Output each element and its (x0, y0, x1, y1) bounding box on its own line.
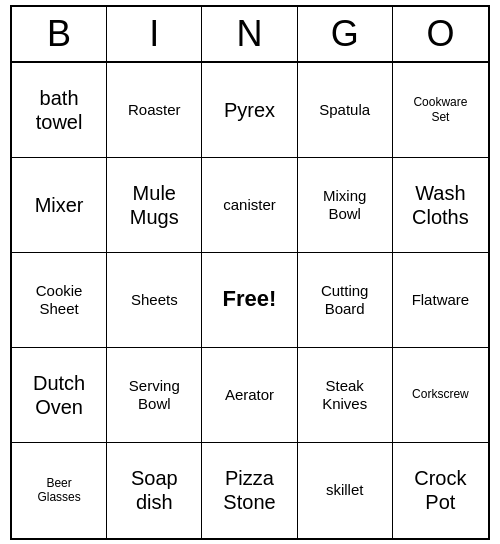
bingo-cell-0: bathtowel (12, 63, 107, 158)
bingo-cell-16: ServingBowl (107, 348, 202, 443)
bingo-cell-20: BeerGlasses (12, 443, 107, 538)
bingo-cell-21: Soapdish (107, 443, 202, 538)
bingo-card: BINGO bathtowelRoasterPyrexSpatulaCookwa… (10, 5, 490, 540)
bingo-cell-6: MuleMugs (107, 158, 202, 253)
cell-text-2: Pyrex (224, 98, 275, 122)
bingo-cell-4: CookwareSet (393, 63, 488, 158)
bingo-cell-12: Free! (202, 253, 297, 348)
cell-text-3: Spatula (319, 101, 370, 119)
cell-text-7: canister (223, 196, 276, 214)
cell-text-1: Roaster (128, 101, 181, 119)
cell-text-19: Corkscrew (412, 387, 469, 401)
cell-text-20: BeerGlasses (37, 476, 80, 505)
bingo-letter-n: N (202, 7, 297, 61)
bingo-cell-18: SteakKnives (298, 348, 393, 443)
bingo-cell-17: Aerator (202, 348, 297, 443)
bingo-cell-8: MixingBowl (298, 158, 393, 253)
cell-text-10: CookieSheet (36, 282, 83, 318)
bingo-letter-i: I (107, 7, 202, 61)
cell-text-5: Mixer (35, 193, 84, 217)
bingo-cell-2: Pyrex (202, 63, 297, 158)
bingo-cell-22: PizzaStone (202, 443, 297, 538)
bingo-cell-10: CookieSheet (12, 253, 107, 348)
cell-text-12: Free! (223, 286, 277, 312)
cell-text-4: CookwareSet (413, 95, 467, 124)
bingo-cell-7: canister (202, 158, 297, 253)
cell-text-17: Aerator (225, 386, 274, 404)
bingo-cell-3: Spatula (298, 63, 393, 158)
bingo-cell-13: CuttingBoard (298, 253, 393, 348)
cell-text-16: ServingBowl (129, 377, 180, 413)
bingo-cell-19: Corkscrew (393, 348, 488, 443)
bingo-cell-5: Mixer (12, 158, 107, 253)
bingo-cell-11: Sheets (107, 253, 202, 348)
cell-text-9: WashCloths (412, 181, 469, 229)
cell-text-11: Sheets (131, 291, 178, 309)
cell-text-22: PizzaStone (223, 466, 275, 514)
bingo-cell-24: CrockPot (393, 443, 488, 538)
cell-text-21: Soapdish (131, 466, 178, 514)
cell-text-8: MixingBowl (323, 187, 366, 223)
bingo-cell-1: Roaster (107, 63, 202, 158)
bingo-cell-15: DutchOven (12, 348, 107, 443)
bingo-grid: bathtowelRoasterPyrexSpatulaCookwareSetM… (12, 63, 488, 538)
bingo-letter-o: O (393, 7, 488, 61)
bingo-letter-b: B (12, 7, 107, 61)
cell-text-6: MuleMugs (130, 181, 179, 229)
bingo-header: BINGO (12, 7, 488, 63)
cell-text-0: bathtowel (36, 86, 83, 134)
cell-text-18: SteakKnives (322, 377, 367, 413)
cell-text-15: DutchOven (33, 371, 85, 419)
bingo-letter-g: G (298, 7, 393, 61)
cell-text-14: Flatware (412, 291, 470, 309)
bingo-cell-14: Flatware (393, 253, 488, 348)
cell-text-23: skillet (326, 481, 364, 499)
bingo-cell-9: WashCloths (393, 158, 488, 253)
cell-text-13: CuttingBoard (321, 282, 369, 318)
cell-text-24: CrockPot (414, 466, 466, 514)
bingo-cell-23: skillet (298, 443, 393, 538)
